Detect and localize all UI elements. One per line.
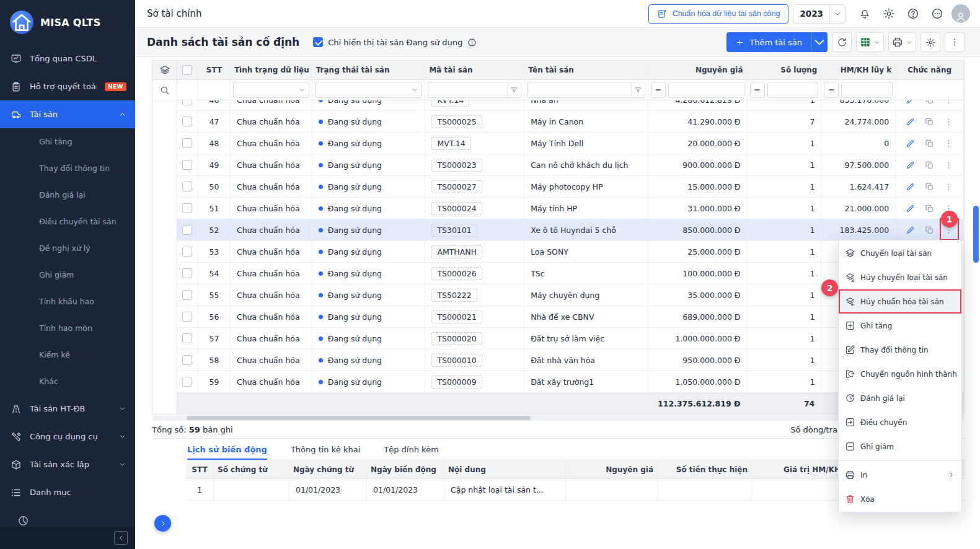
- more-actions-button[interactable]: [945, 32, 965, 52]
- tab-tep-dinh-kem[interactable]: Tệp đính kèm: [384, 439, 439, 460]
- sidebar-item-tinh-khau-hao[interactable]: Tính khấu hao: [0, 288, 135, 315]
- add-asset-dropdown-button[interactable]: [811, 32, 828, 52]
- tab-thong-tin-ke-khai[interactable]: Thông tin kê khai: [291, 439, 360, 460]
- sidebar-item-tai-san[interactable]: Tài sản: [0, 100, 135, 128]
- horizontal-scrollbar-thumb[interactable]: [187, 416, 531, 420]
- column-header[interactable]: HM/KH lũy k: [821, 61, 896, 79]
- filter-operator[interactable]: =: [824, 82, 839, 98]
- menu-item-xoa[interactable]: Xóa: [839, 487, 961, 511]
- sidebar-item-tai-san-ht-db[interactable]: Tài sản HT-ĐB: [0, 395, 135, 423]
- column-header[interactable]: STT: [198, 61, 231, 79]
- filter-select-data-status[interactable]: [233, 82, 309, 98]
- in-use-filter-checkbox[interactable]: [313, 37, 323, 47]
- info-icon[interactable]: [467, 38, 477, 47]
- row-checkbox[interactable]: [182, 247, 192, 257]
- export-excel-button[interactable]: [856, 32, 884, 52]
- sidebar-item-tinh-hao-mon[interactable]: Tính hao mòn: [0, 315, 135, 341]
- sidebar-item-danh-muc[interactable]: Danh mục: [0, 478, 135, 506]
- sidebar-item-ghi-tang[interactable]: Ghi tăng: [0, 128, 135, 155]
- sidebar-item-de-nghi-xu-ly[interactable]: Đề nghị xử lý: [0, 235, 135, 261]
- sidebar-item-thay-doi-thong-tin[interactable]: Thay đổi thông tin: [0, 155, 135, 182]
- help-icon[interactable]: [903, 4, 923, 24]
- edit-row-button[interactable]: [904, 201, 917, 215]
- row-checkbox[interactable]: [182, 138, 192, 148]
- column-header[interactable]: Tên tài sản: [524, 61, 648, 79]
- column-header[interactable]: Trạng thái tài sản: [312, 61, 426, 79]
- filter-operator[interactable]: =: [651, 82, 666, 98]
- filter-input-cost[interactable]: [668, 82, 744, 98]
- menu-item-huy-chuan-hoa-tai-san[interactable]: Hủy chuẩn hóa tài sản: [839, 289, 961, 314]
- row-checkbox[interactable]: [182, 116, 192, 126]
- sidebar-item-tai-san-xac-lap[interactable]: Tài sản xác lập: [0, 450, 135, 478]
- menu-item-thay-doi-thong-tin[interactable]: Thay đổi thông tin: [839, 338, 961, 362]
- table-row[interactable]: 48Chưa chuẩn hóaĐang sử dụngMVT.14Máy Tí…: [177, 133, 964, 154]
- sidebar-item-tong-quan-csdl[interactable]: Tổng quan CSDL: [0, 45, 135, 72]
- filter-operator[interactable]: =: [750, 82, 765, 98]
- table-row[interactable]: 47Chưa chuẩn hóaĐang sử dụngTS000025Máy …: [177, 111, 964, 133]
- table-row[interactable]: 46Chưa chuẩn hóaĐang sử dụngKVT.14Nhà ăn…: [177, 100, 964, 111]
- more-options-icon[interactable]: [927, 4, 947, 24]
- filter-input-dep[interactable]: [841, 82, 893, 98]
- tab-lich-su-bien-dong[interactable]: Lịch sử biến động: [187, 439, 267, 460]
- column-header[interactable]: Nguyên giá: [648, 61, 748, 79]
- menu-item-chuyen-nguon-hinh-thanh[interactable]: Chuyển nguồn hình thành: [839, 362, 961, 386]
- print-button[interactable]: [888, 32, 916, 52]
- menu-item-chuyen-loai-tai-san[interactable]: Chuyển loại tài sản: [839, 241, 961, 265]
- sidebar-item-kiem-ke[interactable]: Kiểm kê: [0, 341, 135, 368]
- row-more-actions-button[interactable]: [942, 100, 956, 107]
- column-header[interactable]: Tình trạng dữ liệu: [231, 61, 312, 79]
- row-checkbox[interactable]: [182, 290, 192, 300]
- duplicate-row-button[interactable]: [923, 201, 937, 215]
- user-avatar[interactable]: [951, 4, 970, 23]
- edit-row-button[interactable]: [904, 100, 917, 107]
- filter-funnel-icon[interactable]: [507, 82, 521, 97]
- edit-row-button[interactable]: [904, 180, 917, 193]
- menu-item-ghi-tang[interactable]: Ghi tăng: [839, 314, 961, 338]
- edit-row-button[interactable]: [904, 223, 917, 237]
- add-asset-button[interactable]: Thêm tài sản: [726, 32, 811, 52]
- row-checkbox[interactable]: [182, 203, 192, 213]
- refresh-button[interactable]: [832, 32, 852, 52]
- grid-search-button[interactable]: [152, 80, 177, 100]
- row-checkbox[interactable]: [182, 225, 192, 235]
- edit-row-button[interactable]: [904, 136, 917, 150]
- app-logo[interactable]: MISA QLTS: [0, 0, 135, 45]
- table-row[interactable]: 51Chưa chuẩn hóaĐang sử dụngTS000024Máy …: [177, 198, 964, 219]
- filter-input-qty[interactable]: [767, 82, 819, 98]
- expand-panel-button[interactable]: [154, 515, 171, 532]
- normalize-data-button[interactable]: Chuẩn hóa dữ liệu tài sản công: [648, 4, 789, 24]
- row-checkbox[interactable]: [182, 100, 192, 105]
- sidebar-item-ghi-giam[interactable]: Ghi giảm: [0, 261, 135, 288]
- table-row[interactable]: 52Chưa chuẩn hóaĐang sử dụngTS30101Xe ô …: [177, 219, 964, 241]
- row-checkbox[interactable]: [182, 355, 192, 365]
- row-checkbox[interactable]: [182, 377, 192, 387]
- sidebar-item-danh-gia-lai[interactable]: Đánh giá lại: [0, 182, 135, 208]
- row-more-actions-button[interactable]: [942, 158, 956, 172]
- row-checkbox[interactable]: [182, 160, 192, 170]
- select-all-checkbox[interactable]: [182, 65, 192, 75]
- row-checkbox[interactable]: [182, 182, 192, 191]
- duplicate-row-button[interactable]: [923, 136, 937, 150]
- edit-row-button[interactable]: [904, 115, 917, 128]
- duplicate-row-button[interactable]: [923, 180, 937, 193]
- row-more-actions-button[interactable]: [942, 180, 956, 193]
- sidebar-item-dieu-chuyen-tai-san[interactable]: Điều chuyển tài sản: [0, 208, 135, 235]
- menu-item-ghi-giam[interactable]: Ghi giảm: [839, 434, 961, 459]
- group-layers-button[interactable]: [152, 61, 177, 80]
- duplicate-row-button[interactable]: [923, 115, 937, 128]
- year-select[interactable]: 2023: [793, 4, 845, 24]
- notifications-bell-icon[interactable]: [855, 4, 875, 24]
- settings-gear-icon[interactable]: [879, 4, 899, 24]
- filter-funnel-icon[interactable]: [631, 82, 645, 97]
- menu-item-in[interactable]: In: [839, 463, 961, 487]
- filter-input-asset-name[interactable]: [527, 82, 645, 98]
- row-more-actions-button[interactable]: [942, 115, 956, 128]
- column-header[interactable]: Số lượng: [748, 61, 822, 79]
- duplicate-row-button[interactable]: [923, 223, 937, 237]
- menu-item-danh-gia-lai[interactable]: Đánh giá lại: [839, 386, 961, 410]
- menu-item-dieu-chuyen[interactable]: Điều chuyển: [839, 410, 961, 434]
- table-row[interactable]: 50Chưa chuẩn hóaĐang sử dụngTS000027Máy …: [177, 176, 964, 198]
- duplicate-row-button[interactable]: [923, 158, 937, 172]
- row-checkbox[interactable]: [182, 333, 192, 343]
- sidebar-item-cong-cu-dung-cu[interactable]: Công cụ dụng cụ: [0, 423, 135, 450]
